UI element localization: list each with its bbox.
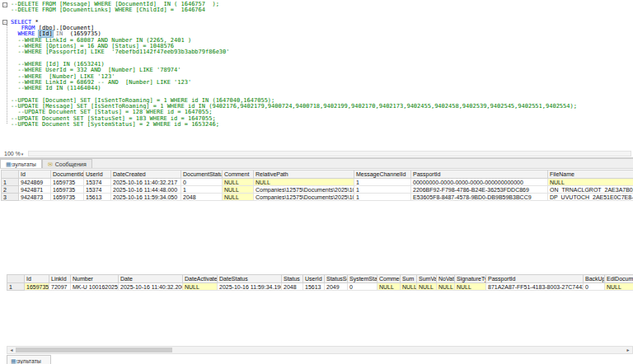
column-header-datecreated[interactable]: DateCreated	[111, 170, 181, 179]
cell[interactable]: 871A2A87-FF51-4183-8003-27C7443D919A	[486, 283, 584, 291]
tab-results-bottom[interactable]: ▦ Результаты	[7, 355, 51, 364]
column-header-passportid[interactable]: PassportId	[411, 170, 548, 179]
grid-row: 294248711659735153742025-10-16 11:44:48.…	[2, 186, 633, 194]
cell[interactable]: 2025-10-16 11:59:34.050	[111, 194, 181, 201]
cell[interactable]: 00000000-0000-0000-0000-000000000000	[411, 179, 548, 186]
column-header-dateactivated[interactable]: DateActivated	[183, 275, 218, 283]
column-header-backup[interactable]: BackUp	[584, 275, 605, 283]
cell[interactable]: NULL	[605, 283, 633, 291]
cell[interactable]: 9424871	[19, 186, 51, 194]
cell[interactable]: Companies\12575\Documents\2025\10\16\165…	[254, 186, 354, 194]
cell[interactable]: NULL	[548, 179, 633, 186]
horizontal-scrollbar[interactable]: ◂ ▸	[7, 346, 633, 354]
zoom-control[interactable]: 100 % ▾	[2, 151, 25, 156]
cell[interactable]: 15374	[84, 179, 111, 186]
column-header-comment[interactable]: Comment	[377, 275, 401, 283]
tab-messages[interactable]: ✉Сообщения	[42, 159, 92, 168]
row-header[interactable]: 3	[2, 194, 19, 201]
cell[interactable]: 1659735	[51, 179, 84, 186]
column-header-userid[interactable]: UserId	[84, 170, 111, 179]
row-header[interactable]: 1	[7, 283, 25, 291]
column-header-id[interactable]: Id	[19, 170, 51, 179]
fold-margin	[0, 122, 11, 128]
tab-results[interactable]: ▦Результаты	[0, 159, 42, 168]
scroll-left-icon[interactable]: ◂	[7, 347, 16, 353]
column-header-documentstatus[interactable]: DocumentStatus	[181, 170, 223, 179]
cell[interactable]: 9424869	[19, 179, 51, 186]
column-header-date[interactable]: Date	[119, 275, 183, 283]
cell[interactable]: MK-U 100162025-1	[71, 283, 119, 291]
column-header-status[interactable]: Status	[282, 275, 303, 283]
cell[interactable]: 2025-10-16 11:44:48.000	[111, 186, 181, 194]
cell[interactable]: 2048	[282, 283, 303, 291]
fold-margin	[0, 14, 11, 20]
row-header[interactable]: 1	[2, 179, 19, 186]
cell[interactable]: 2206BF92-F798-4786-B24E-36253FDDC869	[411, 186, 548, 194]
cell[interactable]: 9424873	[19, 194, 51, 201]
column-header-messagechannelid[interactable]: MessageChannelId	[354, 170, 411, 179]
column-header-userid[interactable]: UserId	[303, 275, 325, 283]
column-header-linkid[interactable]: LinkId	[49, 275, 71, 283]
column-header-number[interactable]: Number	[71, 275, 119, 283]
column-header-datestatus[interactable]: DateStatus	[218, 275, 282, 283]
cell[interactable]: 1	[354, 186, 411, 194]
column-header-relativepath[interactable]: RelativePath	[254, 170, 354, 179]
cell[interactable]: NULL	[401, 283, 417, 291]
cell[interactable]: DP_UVUTOCH_2AE51E0C7E8-6427-4F75-B917-4D…	[548, 194, 633, 201]
cell[interactable]: 72097	[49, 283, 71, 291]
cell[interactable]: NULL	[377, 283, 401, 291]
cell[interactable]: NULL	[254, 179, 354, 186]
column-header-passportid[interactable]: PassportId	[486, 275, 584, 283]
cell[interactable]: 1	[181, 186, 223, 194]
cell[interactable]: 2049	[325, 283, 348, 291]
cell[interactable]: 15374	[84, 186, 111, 194]
cell[interactable]: NULL	[223, 179, 254, 186]
column-header-statusset[interactable]: StatusSet	[325, 275, 348, 283]
column-header-sum[interactable]: Sum	[401, 275, 417, 283]
column-header-signaturetype[interactable]: SignatureType	[455, 275, 486, 283]
sql-editor[interactable]: ---DELETE FROM [Message] WHERE [Document…	[0, 0, 633, 150]
column-header-novat[interactable]: NoVat	[437, 275, 455, 283]
cell[interactable]: E53605F8-8487-4578-9BD0-DB9B59B3BCC9	[411, 194, 548, 201]
cell[interactable]: 2025-10-16 11:40:32.217	[111, 179, 181, 186]
fold-collapse-icon[interactable]: -	[0, 2, 11, 7]
results-tabstrip: ▦Результаты✉Сообщения	[0, 159, 633, 169]
row-header[interactable]: 2	[2, 186, 19, 194]
cell[interactable]: 1	[354, 194, 411, 201]
cell[interactable]: 2025-10-16 11:40:32.200	[119, 283, 183, 291]
column-header-sumvat[interactable]: SumVat	[417, 275, 437, 283]
scroll-right-icon[interactable]: ▸	[624, 347, 632, 353]
cell[interactable]: 1	[354, 179, 411, 186]
cell[interactable]: NULL	[183, 283, 218, 291]
cell[interactable]: NULL	[223, 186, 254, 194]
cell[interactable]: ON_TRNACLGROT_2AE3A7B0217-48CD-4954-80AF…	[548, 186, 633, 194]
grid-corner[interactable]	[7, 275, 25, 283]
cell[interactable]: 2048	[181, 194, 223, 201]
scrollbar-track[interactable]	[16, 347, 624, 353]
column-header-documentid[interactable]: DocumentId	[51, 170, 84, 179]
scrollbar-thumb[interactable]	[16, 348, 172, 352]
cell[interactable]: 1659735	[51, 194, 84, 201]
cell[interactable]: NULL	[455, 283, 486, 291]
column-header-filename[interactable]: FileName	[548, 170, 633, 179]
cell[interactable]: 1659735	[25, 283, 49, 291]
cell[interactable]: 15613	[303, 283, 325, 291]
grid-corner[interactable]	[2, 170, 19, 179]
column-header-comment[interactable]: Comment	[223, 170, 254, 179]
column-header-id[interactable]: Id	[25, 275, 49, 283]
column-header-edidocumentid[interactable]: EdiDocumentId	[605, 275, 633, 283]
cell[interactable]: NULL	[417, 283, 437, 291]
cell[interactable]: 2025-10-16 11:59:34.190	[218, 283, 282, 291]
cell[interactable]: Companies\12575\Documents\2025\10\16\165…	[254, 194, 354, 201]
column-header-systemstatus[interactable]: SystemStatus	[348, 275, 377, 283]
fold-collapse-icon[interactable]: -	[0, 20, 11, 26]
cell[interactable]: NULL	[223, 194, 254, 201]
editor-hscroll-track[interactable]	[28, 151, 631, 156]
cell[interactable]: 1659735	[51, 186, 84, 194]
cell[interactable]: 0	[348, 283, 377, 291]
cell[interactable]: NULL	[437, 283, 455, 291]
cell[interactable]: 0	[181, 179, 223, 186]
cell[interactable]: 15613	[84, 194, 111, 201]
cell[interactable]: 0	[584, 283, 605, 291]
fold-margin	[0, 68, 11, 73]
